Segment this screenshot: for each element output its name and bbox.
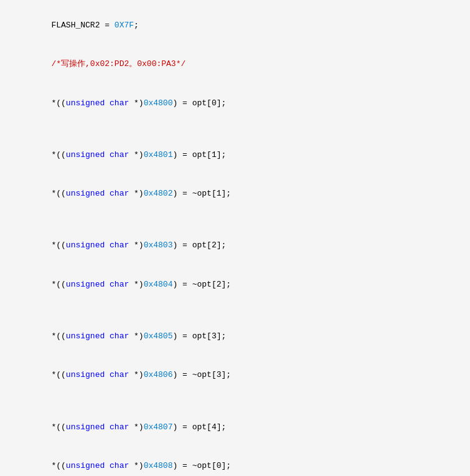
code-line-2: /*写操作,0x02:PD2。0x00:PA3*/ xyxy=(12,45,458,83)
code-container: FLASH_NCR2 = 0X7F; /*写操作,0x02:PD2。0x00:P… xyxy=(0,0,470,476)
code-line-4 xyxy=(12,123,458,136)
code-line-7 xyxy=(12,214,458,227)
code-line-1: FLASH_NCR2 = 0X7F; xyxy=(12,6,458,45)
code-line-6: *((unsigned char *)0x4802) = ~opt[1]; xyxy=(12,174,458,213)
code-line-5: *((unsigned char *)0x4801) = opt[1]; xyxy=(12,136,458,174)
code-line-15: *((unsigned char *)0x4808) = ~opt[0]; xyxy=(12,447,458,476)
code-line-3: *((unsigned char *)0x4800) = opt[0]; xyxy=(12,84,458,123)
code-line-10 xyxy=(12,304,458,317)
code-line-12: *((unsigned char *)0x4806) = ~opt[3]; xyxy=(12,356,458,395)
code-line-11: *((unsigned char *)0x4805) = opt[3]; xyxy=(12,317,458,356)
text xyxy=(32,21,51,30)
code-line-13 xyxy=(12,395,458,408)
code-line-9: *((unsigned char *)0x4804) = ~opt[2]; xyxy=(12,265,458,304)
code-line-8: *((unsigned char *)0x4803) = opt[2]; xyxy=(12,227,458,265)
code-line-14: *((unsigned char *)0x4807) = opt[4]; xyxy=(12,408,458,447)
